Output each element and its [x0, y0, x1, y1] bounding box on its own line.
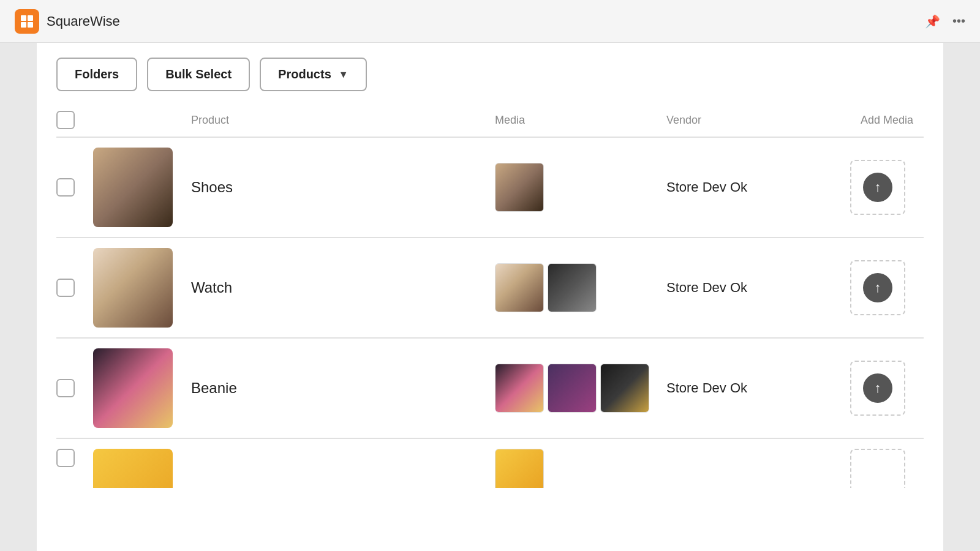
header-vendor-col: Vendor: [666, 114, 850, 127]
header-check-col: [56, 111, 93, 129]
add-media-col-beanie: ↑: [850, 361, 924, 416]
row-check-beanie: [56, 379, 93, 397]
media-col-partial: [495, 449, 666, 488]
products-dropdown-label: Products: [278, 67, 331, 81]
header-add-media-col: Add Media: [850, 114, 924, 127]
media-col-watch: [495, 263, 666, 312]
folders-button[interactable]: Folders: [56, 58, 137, 91]
add-media-col-shoes: ↑: [850, 160, 924, 215]
upload-arrow-icon-beanie: ↑: [875, 381, 881, 395]
media-thumb-shoes-1[interactable]: [495, 163, 544, 212]
product-thumb-watch: [93, 248, 191, 328]
select-all-checkbox[interactable]: [56, 111, 75, 129]
media-thumbs-watch: [495, 263, 666, 312]
upload-icon-shoes: ↑: [863, 173, 892, 202]
app-logo-icon: [20, 14, 34, 29]
media-col-beanie: [495, 364, 666, 413]
product-name-watch: Watch: [191, 279, 495, 296]
add-media-col-watch: ↑: [850, 260, 924, 315]
media-thumb-beanie-2[interactable]: [548, 364, 597, 413]
table-row-partial: [56, 439, 924, 488]
table-row: Beanie Store Dev Ok ↑: [56, 339, 924, 439]
upload-icon-watch: ↑: [863, 273, 892, 302]
add-media-col-partial: [850, 449, 924, 488]
products-dropdown-button[interactable]: Products ▼: [260, 58, 367, 91]
chevron-down-icon: ▼: [339, 69, 349, 80]
pin-icon[interactable]: 📌: [925, 14, 940, 29]
product-thumbnail-partial: [93, 449, 173, 488]
upload-arrow-icon: ↑: [875, 181, 881, 194]
product-thumbnail-shoes: [93, 148, 173, 227]
header-product-col: Product: [191, 114, 495, 127]
row-check-partial: [56, 449, 93, 467]
titlebar-right: 📌 •••: [925, 14, 965, 29]
bulk-select-button[interactable]: Bulk Select: [147, 58, 250, 91]
main-content: Folders Bulk Select Products ▼ Product M…: [37, 43, 943, 551]
header-media-col: Media: [495, 114, 666, 127]
vendor-beanie: Store Dev Ok: [666, 380, 850, 396]
media-thumb-watch-1[interactable]: [495, 263, 544, 312]
media-thumbs-beanie: [495, 364, 666, 413]
product-thumb-shoes: [93, 148, 191, 227]
vendor-watch: Store Dev Ok: [666, 280, 850, 296]
titlebar: SquareWise 📌 •••: [0, 0, 980, 43]
titlebar-left: SquareWise: [15, 9, 120, 34]
svg-rect-2: [21, 22, 26, 28]
product-name-beanie: Beanie: [191, 380, 495, 397]
table-header: Product Media Vendor Add Media: [56, 106, 924, 138]
media-thumb-watch-2[interactable]: [548, 263, 597, 312]
add-media-button-shoes[interactable]: ↑: [850, 160, 905, 215]
product-thumbnail-beanie: [93, 348, 173, 428]
media-thumbs-partial: [495, 449, 666, 488]
upload-icon-beanie: ↑: [863, 373, 892, 403]
media-thumb-partial-1[interactable]: [495, 449, 544, 488]
row-check-shoes: [56, 178, 93, 197]
row-check-watch: [56, 279, 93, 297]
product-name-shoes: Shoes: [191, 179, 495, 196]
row-checkbox-partial[interactable]: [56, 449, 75, 467]
app-title: SquareWise: [47, 13, 120, 29]
svg-rect-0: [21, 15, 26, 21]
app-icon: [15, 9, 39, 34]
media-col-shoes: [495, 163, 666, 212]
media-thumbs-shoes: [495, 163, 666, 212]
product-thumb-beanie: [93, 348, 191, 428]
vendor-shoes: Store Dev Ok: [666, 179, 850, 195]
add-media-button-watch[interactable]: ↑: [850, 260, 905, 315]
more-options-icon[interactable]: •••: [952, 14, 965, 28]
row-checkbox-watch[interactable]: [56, 279, 75, 297]
media-thumb-beanie-1[interactable]: [495, 364, 544, 413]
table-row: Watch Store Dev Ok ↑: [56, 238, 924, 339]
add-media-button-partial[interactable]: [850, 449, 905, 488]
svg-rect-3: [28, 22, 33, 28]
product-thumb-partial: [93, 449, 191, 488]
media-thumb-beanie-3[interactable]: [600, 364, 649, 413]
row-checkbox-shoes[interactable]: [56, 178, 75, 197]
toolbar: Folders Bulk Select Products ▼: [56, 58, 924, 91]
add-media-button-beanie[interactable]: ↑: [850, 361, 905, 416]
svg-rect-1: [28, 15, 33, 21]
row-checkbox-beanie[interactable]: [56, 379, 75, 397]
upload-arrow-icon-watch: ↑: [875, 281, 881, 294]
table-row: Shoes Store Dev Ok ↑: [56, 138, 924, 238]
product-thumbnail-watch: [93, 248, 173, 328]
